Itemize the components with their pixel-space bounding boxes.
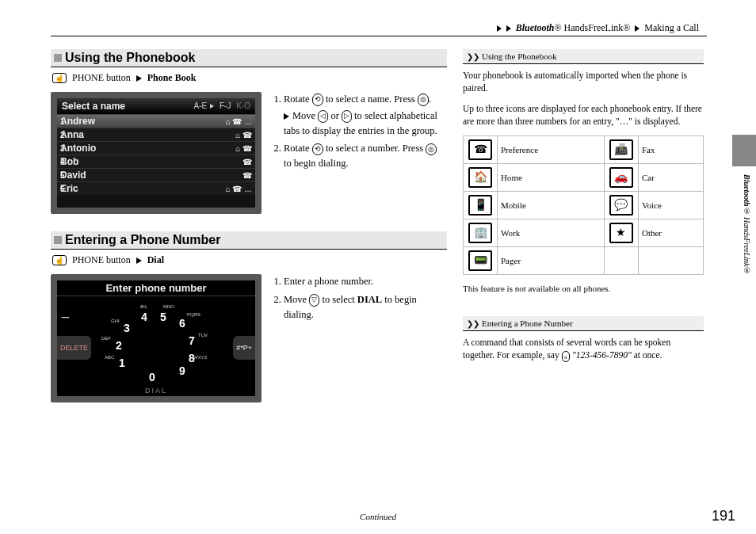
screenshot-dial: Enter phone number _ DELETE #*P+ DIAL 4 … — [51, 274, 262, 402]
steps-phonebook: Rotate ⟲ to select a name. Press ◎. Move… — [271, 92, 447, 214]
nav-path: ☝ PHONE button Dial — [52, 254, 447, 266]
sidebar-text: Your phonebook is automatically imported… — [463, 69, 704, 94]
delete-button: DELETE — [57, 336, 91, 360]
step-2: Rotate ⟲ to select a number. Press ◎ to … — [284, 141, 447, 171]
preference-icon: ☎ — [468, 139, 492, 160]
pager-icon: 📟 — [468, 250, 492, 271]
sidebar-footnote: This feature is not available on all pho… — [463, 284, 704, 293]
rotate-icon: ⟲ — [312, 93, 323, 106]
voice-icon: « — [562, 351, 571, 363]
other-icon: ★ — [609, 223, 633, 243]
pound-button: #*P+ — [233, 336, 255, 360]
step-1: Enter a phone number. — [284, 274, 447, 289]
fax-icon: 📠 — [609, 139, 633, 160]
tri-icon — [497, 25, 502, 32]
step-2: Move ▽ to select DIAL to begin dialing. — [284, 292, 447, 322]
pointer-icon: ☝ — [52, 73, 67, 83]
steps-dial: Enter a phone number. Move ▽ to select D… — [271, 274, 447, 402]
edge-tab — [732, 135, 756, 166]
sidebar-text: Up to three icons are displayed for each… — [463, 102, 704, 128]
tri-icon — [506, 25, 511, 32]
screenshot-phonebook: Select a name A-E F-J K-O 1Andrew⌂ ☎ … 2… — [51, 92, 262, 214]
mobile-icon: 📱 — [468, 195, 492, 216]
manual-page: Bluetooth® HandsFreeLink® Bluetooth® Han… — [0, 0, 756, 534]
breadcrumb: Bluetooth® HandsFreeLink® Making a Call — [51, 22, 707, 36]
sidebar-column: ❯❯Using the Phonebook Your phonebook is … — [463, 49, 704, 420]
press-icon: ◎ — [426, 143, 437, 156]
move-down-icon: ▽ — [309, 294, 319, 307]
car-icon: 🚗 — [609, 167, 633, 188]
section-title-phonebook: Using the Phonebook — [51, 49, 447, 67]
tri-icon — [284, 113, 289, 120]
pointer-icon: ☝ — [52, 255, 67, 265]
sidebar-heading: ❯❯Using the Phonebook — [463, 49, 704, 64]
nav-path: ☝ PHONE button Phone Book — [52, 72, 447, 84]
alpha-tabs: A-E F-J K-O — [193, 101, 252, 110]
tri-icon — [635, 25, 640, 32]
section-title-dial: Entering a Phone Number — [51, 231, 447, 250]
tri-icon — [136, 75, 142, 82]
sidebar-text: A command that consists of several words… — [463, 336, 704, 362]
press-icon: ◎ — [418, 93, 429, 106]
voice-icon: 💬 — [609, 195, 633, 216]
main-column: Using the Phonebook ☝ PHONE button Phone… — [51, 49, 447, 420]
screen-title: Enter phone number — [57, 280, 255, 296]
name-list: 1Andrew⌂ ☎ … 2Anna⌂ ☎ 3Antonio⌂ ☎ 4Bob☎ … — [57, 115, 255, 195]
icon-legend-table: ☎Preference 📠Fax 🏠Home 🚗Car 📱Mobile 💬Voi… — [463, 135, 704, 275]
home-icon: 🏠 — [468, 167, 492, 188]
sidebar-heading: ❯❯Entering a Phone Number — [463, 316, 704, 331]
tri-icon — [136, 257, 142, 264]
step-1: Rotate ⟲ to select a name. Press ◎. Move… — [284, 92, 447, 138]
rotate-icon: ⟲ — [312, 143, 323, 156]
work-icon: 🏢 — [468, 223, 492, 243]
continued-label: Continued — [360, 512, 396, 521]
dial-wheel: 4 5 6 3 7 2 8 1 9 0 JKL MNO GHI — [105, 312, 208, 391]
page-number: 191 — [712, 508, 735, 524]
vertical-section-label: Bluetooth® HandsFreeLink® — [743, 174, 751, 275]
